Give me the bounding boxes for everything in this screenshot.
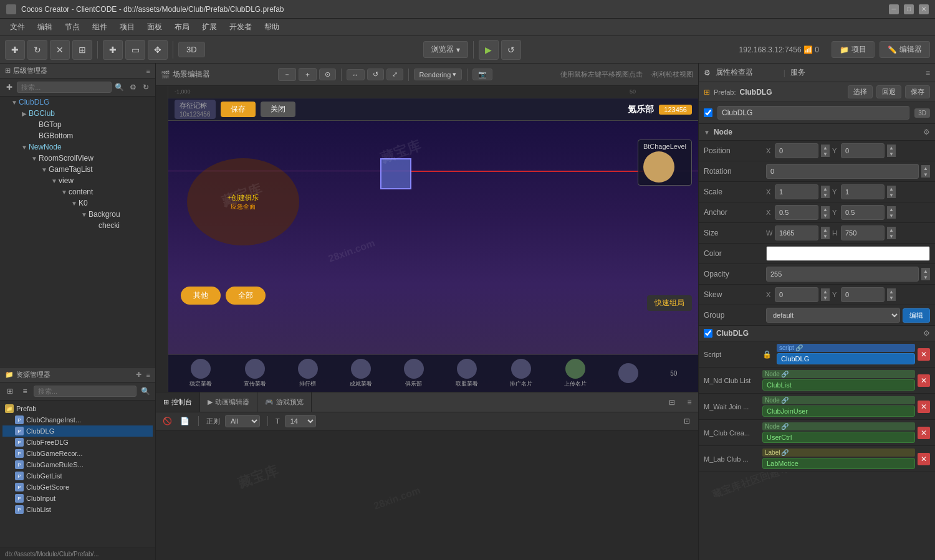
quick-group-btn[interactable]: 快速组局 bbox=[647, 295, 692, 311]
tab-console[interactable]: ⊞ 控制台 bbox=[156, 392, 200, 412]
skew-y-input[interactable] bbox=[841, 287, 885, 302]
scale-x-input[interactable] bbox=[775, 184, 818, 199]
toolbar-close-btn[interactable]: ✕ bbox=[50, 40, 70, 60]
position-x-spin[interactable]: ▲ ▼ bbox=[821, 145, 830, 157]
spin-up[interactable]: ▲ bbox=[921, 165, 930, 171]
spin-down[interactable]: ▼ bbox=[821, 151, 830, 157]
group-select[interactable]: default bbox=[766, 308, 900, 323]
move-tool-btn[interactable]: ↔ bbox=[347, 69, 365, 80]
spin-up[interactable]: ▲ bbox=[887, 145, 896, 151]
spin-down[interactable]: ▼ bbox=[887, 212, 896, 219]
asset-item-clubdlg[interactable]: P ClubDLG bbox=[2, 425, 153, 437]
asset-item[interactable]: P ClubGameRuleS... bbox=[2, 459, 153, 470]
save-btn[interactable]: 保存 bbox=[905, 85, 930, 98]
tree-item-gametaglist[interactable]: ▼ GameTagList bbox=[0, 164, 155, 175]
inspector-menu-btn[interactable]: ≡ bbox=[926, 69, 930, 77]
menu-layout[interactable]: 布局 bbox=[170, 21, 194, 34]
zoom-reset-btn[interactable]: ⊙ bbox=[319, 69, 336, 80]
hierarchy-search[interactable] bbox=[17, 82, 112, 93]
tree-item-checki[interactable]: checki bbox=[0, 220, 155, 231]
script-clear-btn[interactable]: ✕ bbox=[918, 348, 930, 361]
menu-project[interactable]: 项目 bbox=[115, 21, 140, 34]
asset-list-btn[interactable]: ≡ bbox=[19, 385, 31, 397]
camera-btn[interactable]: 📷 bbox=[472, 69, 492, 80]
opacity-spin[interactable]: ▲ ▼ bbox=[921, 268, 930, 280]
minimize-button[interactable]: ─ bbox=[889, 4, 899, 14]
size-w-input[interactable] bbox=[775, 225, 818, 240]
toolbar-play-btn[interactable]: ▶ bbox=[479, 40, 499, 60]
node-section-gear[interactable]: ⚙ bbox=[923, 128, 930, 136]
spin-up[interactable]: ▲ bbox=[887, 288, 896, 295]
spin-down[interactable]: ▼ bbox=[887, 295, 896, 301]
console-clear-btn[interactable]: 🚫 bbox=[161, 415, 173, 427]
skew-y-spin[interactable]: ▲ ▼ bbox=[887, 288, 896, 301]
position-y-spin[interactable]: ▲ ▼ bbox=[887, 145, 896, 157]
spin-down[interactable]: ▼ bbox=[821, 212, 830, 219]
zoom-out-btn[interactable]: － bbox=[278, 68, 296, 81]
spin-up[interactable]: ▲ bbox=[887, 186, 896, 192]
close-button[interactable]: ✕ bbox=[919, 4, 929, 14]
icon-item[interactable]: 排行榜 bbox=[298, 359, 318, 388]
toolbar-settings-btn[interactable]: ⊞ bbox=[72, 40, 92, 60]
asset-item[interactable]: P ClubInput bbox=[2, 493, 153, 504]
spin-down[interactable]: ▼ bbox=[821, 233, 830, 239]
prefab-close-btn[interactable]: 关闭 bbox=[261, 102, 295, 117]
asset-item[interactable]: P ClubGetScore bbox=[2, 482, 153, 493]
m-wait-input[interactable] bbox=[762, 406, 915, 417]
size-w-spin[interactable]: ▲ ▼ bbox=[821, 227, 830, 239]
m-lab-input[interactable] bbox=[762, 458, 915, 469]
menu-extend[interactable]: 扩展 bbox=[197, 21, 222, 34]
spin-up[interactable]: ▲ bbox=[887, 227, 896, 233]
spin-down[interactable]: ▼ bbox=[921, 171, 930, 178]
tree-item-newnode[interactable]: ▼ NewNode bbox=[0, 141, 155, 153]
console-file-btn[interactable]: 📄 bbox=[178, 415, 191, 427]
node-section-header[interactable]: ▼ Node ⚙ bbox=[699, 124, 935, 141]
toolbar-project-btn[interactable]: 📁 项目 bbox=[832, 41, 875, 58]
toolbar-editor-btn[interactable]: ✏️ 编辑器 bbox=[880, 41, 930, 58]
asset-menu-btn[interactable]: ≡ bbox=[146, 371, 150, 379]
zoom-in-btn[interactable]: ＋ bbox=[299, 68, 317, 81]
menu-developer[interactable]: 开发者 bbox=[224, 21, 257, 34]
tree-item-backgrou[interactable]: ▼ Backgrou bbox=[0, 209, 155, 220]
size-h-spin[interactable]: ▲ ▼ bbox=[887, 227, 896, 239]
asset-search-btn[interactable]: 🔍 bbox=[139, 385, 151, 397]
toolbar-add-btn[interactable]: ✚ bbox=[5, 40, 25, 60]
m-lab-clear-btn[interactable]: ✕ bbox=[918, 453, 930, 465]
m-club-input[interactable] bbox=[762, 432, 915, 443]
icon-item[interactable]: 成就菜肴 bbox=[350, 359, 372, 388]
component-gear-btn[interactable]: ⚙ bbox=[923, 329, 930, 338]
scale-tool-btn[interactable]: ⤢ bbox=[386, 69, 403, 80]
node-active-checkbox[interactable] bbox=[704, 108, 712, 117]
spin-up[interactable]: ▲ bbox=[887, 206, 896, 212]
component-active-checkbox[interactable] bbox=[704, 329, 712, 338]
rotate-tool-btn[interactable]: ↺ bbox=[367, 69, 384, 80]
menu-panel[interactable]: 面板 bbox=[142, 21, 167, 34]
window-controls[interactable]: ─ □ ✕ bbox=[889, 4, 929, 14]
toolbar-refresh-btn[interactable]: ↻ bbox=[27, 40, 47, 60]
size-h-input[interactable] bbox=[841, 225, 885, 240]
asset-sort-btn[interactable]: ⊞ bbox=[4, 385, 16, 397]
asset-add-btn[interactable]: ✚ bbox=[136, 371, 141, 379]
spin-up[interactable]: ▲ bbox=[821, 206, 830, 212]
node-name-input[interactable] bbox=[717, 106, 909, 120]
asset-item[interactable]: P ClubFreeDLG bbox=[2, 437, 153, 448]
menu-help[interactable]: 帮助 bbox=[259, 21, 284, 34]
tab-preview[interactable]: 🎮 游戏预览 bbox=[257, 392, 312, 412]
scale-y-input[interactable] bbox=[841, 184, 885, 199]
console-dock-btn[interactable]: ⊡ bbox=[681, 415, 693, 427]
asset-item[interactable]: P ClubGetList bbox=[2, 470, 153, 482]
spin-down[interactable]: ▼ bbox=[821, 295, 830, 301]
position-x-input[interactable] bbox=[775, 143, 818, 158]
script-ref-input[interactable] bbox=[777, 353, 915, 364]
bottom-panel-menu-btn[interactable]: ≡ bbox=[683, 396, 696, 409]
anchor-x-spin[interactable]: ▲ ▼ bbox=[821, 206, 830, 219]
bottom-panel-collapse-btn[interactable]: ⊟ bbox=[666, 396, 678, 409]
asset-item[interactable]: P ClubChangeInst... bbox=[2, 414, 153, 425]
maximize-button[interactable]: □ bbox=[904, 4, 914, 14]
rotation-spin[interactable]: ▲ ▼ bbox=[921, 165, 930, 178]
tree-item-k0[interactable]: ▼ K0 bbox=[0, 197, 155, 209]
icon-item[interactable]: 排广名片 bbox=[510, 359, 532, 388]
scene-viewport[interactable]: -1,000 50 存征记称 10x123456 保存 关闭 氪乐部 12345… bbox=[156, 86, 698, 392]
tab-animation[interactable]: ▶ 动画编辑器 bbox=[200, 392, 257, 412]
scale-x-spin[interactable]: ▲ ▼ bbox=[821, 186, 830, 198]
